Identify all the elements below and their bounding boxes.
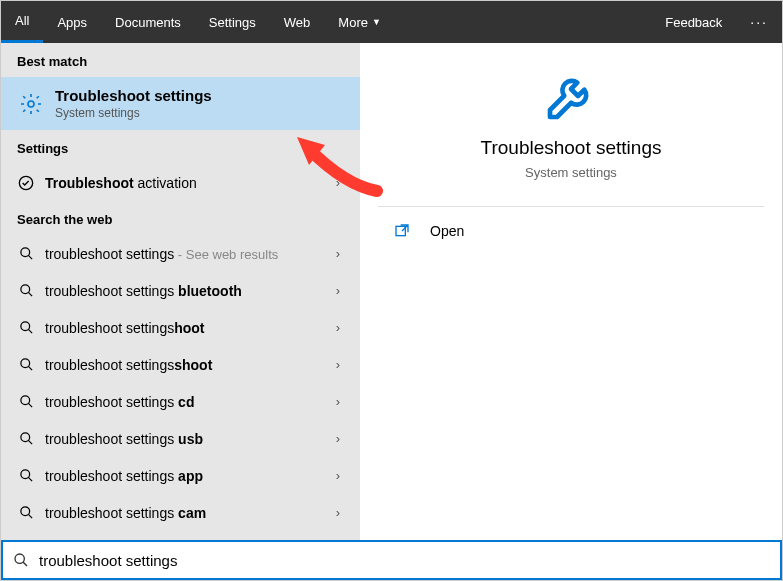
search-icon (17, 246, 35, 261)
chevron-right-icon: › (336, 283, 340, 298)
settings-item-prefix: Troubleshoot (45, 175, 134, 191)
chevron-right-icon: › (336, 246, 340, 261)
search-icon (17, 505, 35, 520)
section-search-web: Search the web (1, 201, 360, 235)
svg-point-3 (20, 285, 29, 294)
web-result-prefix: troubleshoot settings (45, 320, 174, 336)
web-result-item[interactable]: troubleshoot settings - See web results› (1, 235, 360, 272)
web-result-item[interactable]: troubleshoot settings cam› (1, 494, 360, 531)
tab-all[interactable]: All (1, 1, 43, 43)
svg-point-7 (20, 433, 29, 442)
search-input-text: troubleshoot settings (39, 552, 177, 569)
open-icon (394, 223, 416, 239)
svg-point-6 (20, 396, 29, 405)
web-result-item[interactable]: troubleshoot settings usb› (1, 420, 360, 457)
web-result-bold: usb (178, 431, 203, 447)
web-result-prefix: troubleshoot settings (45, 357, 174, 373)
chevron-right-icon: › (336, 394, 340, 409)
web-result-item[interactable]: troubleshoot settings app› (1, 457, 360, 494)
search-icon (13, 552, 29, 568)
section-best-match: Best match (1, 43, 360, 77)
tab-more[interactable]: More ▼ (324, 1, 395, 43)
preview-title: Troubleshoot settings (378, 137, 764, 159)
preview-panel: Troubleshoot settings System settings Op… (360, 43, 782, 540)
web-result-muted: - See web results (174, 247, 278, 262)
best-match-subtitle: System settings (55, 106, 212, 120)
chevron-right-icon: › (336, 431, 340, 446)
tab-web[interactable]: Web (270, 1, 325, 43)
web-result-item[interactable]: troubleshoot settingsshoot› (1, 346, 360, 383)
tab-more-label: More (338, 15, 368, 30)
section-settings: Settings (1, 130, 360, 164)
search-input[interactable]: troubleshoot settings (1, 540, 782, 580)
svg-point-4 (20, 322, 29, 331)
web-result-bold: cd (178, 394, 194, 410)
web-result-prefix: troubleshoot settings (45, 468, 178, 484)
checkmark-circle-icon (17, 175, 35, 191)
settings-item-suffix: activation (134, 175, 197, 191)
chevron-right-icon: › (336, 505, 340, 520)
feedback-link[interactable]: Feedback (651, 1, 736, 43)
web-result-prefix: troubleshoot settings (45, 431, 178, 447)
web-result-item[interactable]: troubleshoot settingshoot› (1, 309, 360, 346)
search-icon (17, 431, 35, 446)
ellipsis-icon[interactable]: ··· (736, 1, 782, 43)
wrench-icon (542, 67, 600, 125)
web-result-prefix: troubleshoot settings (45, 394, 178, 410)
svg-point-9 (20, 507, 29, 516)
settings-result-item[interactable]: Troubleshoot activation › (1, 164, 360, 201)
web-result-prefix: troubleshoot settings (45, 505, 178, 521)
chevron-right-icon: › (336, 175, 340, 190)
preview-card: Troubleshoot settings System settings (378, 67, 764, 207)
search-icon (17, 468, 35, 483)
action-open[interactable]: Open (360, 207, 782, 255)
web-result-item[interactable]: troubleshoot settings cd› (1, 383, 360, 420)
chevron-right-icon: › (336, 357, 340, 372)
gear-icon (17, 90, 45, 118)
svg-point-11 (15, 554, 24, 563)
web-result-bold: hoot (174, 320, 204, 336)
tab-settings[interactable]: Settings (195, 1, 270, 43)
chevron-right-icon: › (336, 320, 340, 335)
web-result-prefix: troubleshoot settings (45, 283, 178, 299)
chevron-right-icon: › (336, 468, 340, 483)
action-open-label: Open (430, 223, 464, 239)
body-area: Best match Troubleshoot settings System … (1, 43, 782, 540)
tab-documents[interactable]: Documents (101, 1, 195, 43)
preview-subtitle: System settings (378, 165, 764, 180)
svg-point-8 (20, 470, 29, 479)
tab-bar: All Apps Documents Settings Web More ▼ F… (1, 1, 782, 43)
svg-point-0 (28, 101, 34, 107)
svg-point-2 (20, 248, 29, 257)
web-result-bold: bluetooth (178, 283, 242, 299)
web-result-bold: app (178, 468, 203, 484)
results-panel: Best match Troubleshoot settings System … (1, 43, 360, 540)
web-result-item[interactable]: troubleshoot settings bluetooth› (1, 272, 360, 309)
search-icon (17, 357, 35, 372)
svg-rect-10 (396, 226, 405, 235)
web-result-bold: cam (178, 505, 206, 521)
svg-point-5 (20, 359, 29, 368)
chevron-down-icon: ▼ (372, 17, 381, 27)
best-match-item[interactable]: Troubleshoot settings System settings (1, 77, 360, 130)
web-result-bold: shoot (174, 357, 212, 373)
search-icon (17, 394, 35, 409)
search-icon (17, 283, 35, 298)
web-result-prefix: troubleshoot settings (45, 246, 174, 262)
best-match-title: Troubleshoot settings (55, 87, 212, 104)
tab-apps[interactable]: Apps (43, 1, 101, 43)
search-icon (17, 320, 35, 335)
